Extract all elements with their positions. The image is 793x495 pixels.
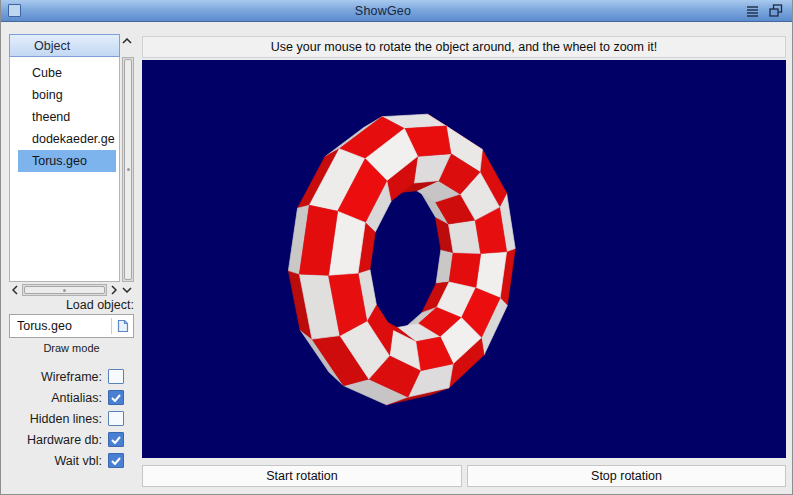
- checkbox-row-hardware-db: Hardware db:: [1, 429, 134, 450]
- scroll-right-arrow[interactable]: [108, 284, 120, 296]
- checkbox-row-antialias: Antialias:: [1, 387, 134, 408]
- 3d-viewport[interactable]: [142, 60, 786, 458]
- hint-bar: Use your mouse to rotate the object arou…: [142, 36, 786, 58]
- wireframe-checkbox[interactable]: [108, 369, 124, 384]
- scroll-up-arrow[interactable]: [120, 34, 134, 57]
- wait-vbl-checkbox[interactable]: [108, 453, 124, 468]
- draw-mode-options: Wireframe: Antialias: Hidden lines: Hard…: [1, 366, 134, 471]
- object-path-input[interactable]: [10, 319, 111, 333]
- window-title: ShowGeo: [21, 4, 745, 18]
- menu-icon[interactable]: [745, 4, 759, 18]
- depth-icon[interactable]: [769, 4, 783, 18]
- start-rotation-button[interactable]: Start rotation: [142, 465, 462, 487]
- vertical-scrollbar[interactable]: [122, 57, 134, 282]
- showgeo-window: ShowGeo Object: [0, 0, 793, 495]
- scroll-down-arrow[interactable]: [120, 284, 134, 296]
- file-picker-button[interactable]: [112, 315, 133, 337]
- checkbox-row-wireframe: Wireframe:: [1, 366, 134, 387]
- hardware-db-checkbox[interactable]: [108, 432, 124, 447]
- hint-text: Use your mouse to rotate the object arou…: [271, 40, 657, 54]
- list-item[interactable]: Torus.geo: [18, 150, 116, 172]
- vertical-scrollbar-thumb[interactable]: [124, 59, 132, 280]
- antialias-checkbox[interactable]: [108, 390, 124, 405]
- checkbox-row-hidden-lines: Hidden lines:: [1, 408, 134, 429]
- horizontal-scrollbar[interactable]: [22, 284, 107, 296]
- draw-mode-label: Draw mode: [9, 342, 134, 354]
- object-listview: Object Cube boing theend dodekaeder.ge T…: [9, 34, 134, 296]
- list-item[interactable]: Cube: [18, 62, 116, 84]
- load-object-label: Load object:: [9, 298, 134, 312]
- list-item[interactable]: theend: [18, 106, 116, 128]
- close-button[interactable]: [8, 4, 21, 17]
- file-icon: [117, 319, 129, 333]
- list-header[interactable]: Object: [9, 34, 120, 57]
- scroll-left-arrow[interactable]: [9, 284, 21, 296]
- torus-render: [142, 60, 786, 458]
- list-item[interactable]: boing: [18, 84, 116, 106]
- checkbox-row-wait-vbl: Wait vbl:: [1, 450, 134, 471]
- titlebar[interactable]: ShowGeo: [1, 0, 792, 22]
- hidden-lines-checkbox[interactable]: [108, 411, 124, 426]
- object-list: Cube boing theend dodekaeder.ge Torus.ge…: [9, 57, 120, 282]
- object-path-field[interactable]: [9, 314, 134, 338]
- list-item[interactable]: dodekaeder.ge: [18, 128, 116, 150]
- horizontal-scrollbar-thumb[interactable]: [24, 286, 105, 294]
- stop-rotation-button[interactable]: Stop rotation: [467, 465, 786, 487]
